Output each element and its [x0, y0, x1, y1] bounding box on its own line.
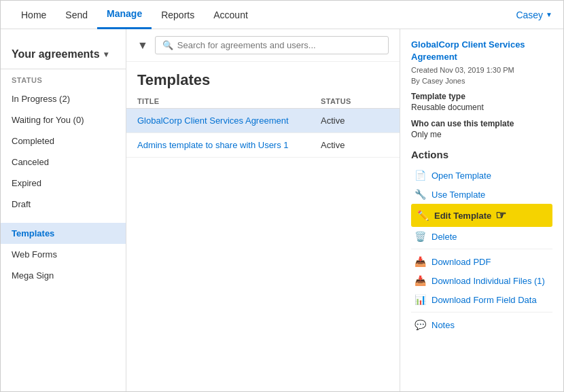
right-panel: GlobalCorp Client Services Agreement Cre… [400, 29, 563, 392]
sidebar-label-draft: Draft [12, 199, 31, 209]
table-header: TITLE STATUS [126, 94, 400, 109]
action-label-download-pdf: Download PDF [431, 257, 491, 267]
action-open-template[interactable]: 📄 Open Template [411, 166, 552, 185]
filter-icon[interactable]: ▼ [137, 39, 148, 52]
divider [411, 249, 552, 249]
notes-icon: 💬 [414, 319, 426, 330]
detail-agreement-title: GlobalCorp Client Services Agreement [411, 39, 552, 63]
action-download-files[interactable]: 📥 Download Individual Files (1) [411, 271, 552, 290]
sidebar-item-mega-sign[interactable]: Mega Sign [1, 265, 126, 286]
action-label-download-form: Download Form Field Data [431, 295, 537, 305]
user-menu[interactable]: Casey ▼ [516, 10, 552, 20]
template-type-value: Reusable document [411, 103, 552, 112]
sidebar: Your agreements ▾ STATUS In Progress (2)… [1, 29, 126, 392]
sidebar-label-templates: Templates [12, 228, 54, 238]
content-toolbar: ▼ 🔍 [126, 29, 400, 62]
table-row[interactable]: GlobalCorp Client Services Agreement Act… [126, 109, 400, 133]
row-status-1: Active [321, 115, 389, 126]
sidebar-item-waiting[interactable]: Waiting for You (0) [1, 109, 126, 130]
action-use-template[interactable]: 🔧 Use Template [411, 185, 552, 204]
status-section-title: STATUS [1, 76, 126, 88]
delete-icon: 🗑️ [414, 231, 426, 242]
edit-template-icon: ✏️ [417, 210, 429, 221]
nav-account[interactable]: Account [204, 1, 258, 29]
detail-by: By Casey Jones [411, 77, 552, 85]
content-title: Templates [126, 62, 400, 94]
sidebar-label-in-progress: In Progress (2) [12, 94, 70, 104]
action-delete[interactable]: 🗑️ Delete [411, 227, 552, 246]
main-layout: Your agreements ▾ STATUS In Progress (2)… [1, 29, 563, 392]
content-area: ▼ 🔍 Templates TITLE STATUS GlobalCorp Cl… [126, 29, 400, 392]
sidebar-item-in-progress[interactable]: In Progress (2) [1, 88, 126, 109]
sidebar-item-templates[interactable]: Templates [1, 223, 126, 244]
template-type-label: Template type [411, 92, 552, 101]
sidebar-label-mega-sign: Mega Sign [12, 270, 54, 281]
nav-send[interactable]: Send [56, 1, 97, 29]
sidebar-label-waiting: Waiting for You (0) [12, 115, 84, 125]
col-header-status: STATUS [321, 97, 389, 105]
agreements-header[interactable]: Your agreements ▾ [1, 40, 126, 69]
who-can-use-label: Who can use this template [411, 119, 552, 128]
action-edit-template[interactable]: ✏️ Edit Template ☞ [411, 204, 552, 227]
sidebar-label-expired: Expired [12, 178, 41, 188]
nav-manage[interactable]: Manage [97, 1, 152, 29]
download-pdf-icon: 📥 [414, 256, 426, 267]
sidebar-label-canceled: Canceled [12, 157, 49, 167]
action-label-open: Open Template [431, 171, 491, 181]
sidebar-item-canceled[interactable]: Canceled [1, 152, 126, 173]
download-files-icon: 📥 [414, 275, 426, 286]
col-header-title: TITLE [137, 97, 321, 105]
sidebar-item-draft[interactable]: Draft [1, 194, 126, 215]
cursor-pointer: ☞ [495, 208, 506, 223]
search-input[interactable] [177, 40, 381, 50]
user-name: Casey [516, 10, 543, 20]
action-label-edit: Edit Template [434, 211, 491, 221]
action-download-form[interactable]: 📊 Download Form Field Data [411, 290, 552, 309]
action-notes[interactable]: 💬 Notes [411, 315, 552, 334]
top-navigation: Home Send Manage Reports Account Casey ▼ [1, 1, 563, 29]
sidebar-label-web-forms: Web Forms [12, 249, 57, 260]
actions-title: Actions [411, 149, 552, 160]
open-template-icon: 📄 [414, 170, 426, 181]
download-form-icon: 📊 [414, 294, 426, 305]
use-template-icon: 🔧 [414, 189, 426, 200]
agreements-chevron[interactable]: ▾ [104, 50, 108, 59]
action-label-use: Use Template [431, 190, 485, 200]
action-label-notes: Notes [431, 320, 455, 330]
search-icon: 🔍 [162, 40, 173, 50]
nav-reports[interactable]: Reports [152, 1, 204, 29]
action-download-pdf[interactable]: 📥 Download PDF [411, 252, 552, 271]
sidebar-label-completed: Completed [12, 136, 54, 146]
sidebar-item-web-forms[interactable]: Web Forms [1, 244, 126, 265]
search-box: 🔍 [155, 36, 389, 54]
row-status-2: Active [321, 140, 389, 150]
user-menu-chevron: ▼ [546, 11, 552, 18]
sidebar-item-completed[interactable]: Completed [1, 130, 126, 152]
agreements-header-label: Your agreements [12, 48, 100, 60]
action-label-download-files: Download Individual Files (1) [431, 276, 545, 286]
divider-2 [411, 312, 552, 313]
sidebar-item-expired[interactable]: Expired [1, 173, 126, 194]
table-row[interactable]: Admins template to share with Users 1 Ac… [126, 133, 400, 158]
nav-home[interactable]: Home [12, 1, 56, 29]
detail-created: Created Nov 03, 2019 1:30 PM [411, 66, 552, 74]
row-title-2: Admins template to share with Users 1 [137, 140, 321, 150]
row-title-1: GlobalCorp Client Services Agreement [137, 115, 321, 126]
who-can-use-value: Only me [411, 130, 552, 139]
action-label-delete: Delete [431, 232, 457, 242]
